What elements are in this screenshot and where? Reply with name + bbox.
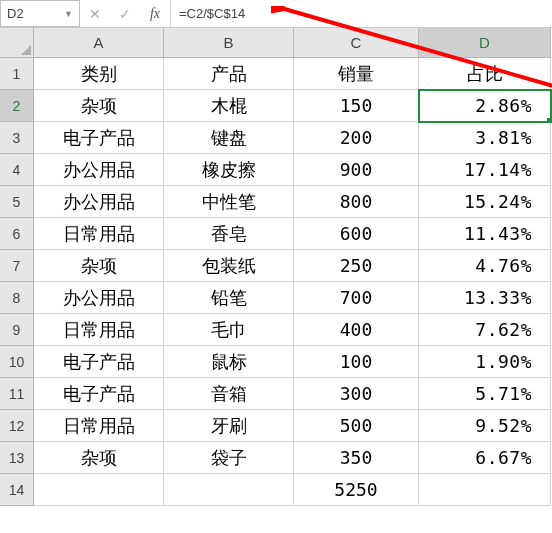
- cell-category[interactable]: 日常用品: [34, 410, 164, 442]
- col-header-a[interactable]: A: [34, 28, 164, 58]
- cell-percent[interactable]: 1.90%: [419, 346, 551, 378]
- cell-empty[interactable]: [419, 474, 551, 506]
- cell-sales[interactable]: 600: [294, 218, 419, 250]
- cell-category[interactable]: 办公用品: [34, 282, 164, 314]
- select-all-corner[interactable]: [0, 28, 34, 58]
- cell-product[interactable]: 中性笔: [164, 186, 294, 218]
- cell-category[interactable]: 电子产品: [34, 378, 164, 410]
- cell-product[interactable]: 键盘: [164, 122, 294, 154]
- cell-sales[interactable]: 250: [294, 250, 419, 282]
- cell-total-sales[interactable]: 5250: [294, 474, 419, 506]
- cell-sales[interactable]: 300: [294, 378, 419, 410]
- cell-percent[interactable]: 17.14%: [419, 154, 551, 186]
- cell-empty[interactable]: [34, 474, 164, 506]
- row-header[interactable]: 9: [0, 314, 34, 346]
- cell-product[interactable]: 香皂: [164, 218, 294, 250]
- cell-header-percent[interactable]: 占比: [419, 58, 551, 90]
- cell-product[interactable]: 袋子: [164, 442, 294, 474]
- cell-category[interactable]: 杂项: [34, 442, 164, 474]
- cell-percent[interactable]: 4.76%: [419, 250, 551, 282]
- cell-category[interactable]: 日常用品: [34, 218, 164, 250]
- cell-product[interactable]: 鼠标: [164, 346, 294, 378]
- cell-category[interactable]: 杂项: [34, 90, 164, 122]
- formula-input[interactable]: =C2/$C$14: [171, 0, 552, 27]
- cell-percent[interactable]: 15.24%: [419, 186, 551, 218]
- row-header[interactable]: 4: [0, 154, 34, 186]
- cell-header-sales[interactable]: 销量: [294, 58, 419, 90]
- cell-product[interactable]: 音箱: [164, 378, 294, 410]
- cell-percent[interactable]: 7.62%: [419, 314, 551, 346]
- cell-percent[interactable]: 9.52%: [419, 410, 551, 442]
- cell-product[interactable]: 橡皮擦: [164, 154, 294, 186]
- row-header[interactable]: 11: [0, 378, 34, 410]
- col-header-b[interactable]: B: [164, 28, 294, 58]
- cell-sales[interactable]: 500: [294, 410, 419, 442]
- cell-category[interactable]: 杂项: [34, 250, 164, 282]
- formula-bar: D2 ▼ ✕ ✓ fx =C2/$C$14: [0, 0, 552, 28]
- row-header[interactable]: 12: [0, 410, 34, 442]
- row-header[interactable]: 3: [0, 122, 34, 154]
- cell-product[interactable]: 木棍: [164, 90, 294, 122]
- cell-percent[interactable]: 2.86%: [419, 90, 551, 122]
- cell-sales[interactable]: 150: [294, 90, 419, 122]
- column-headers: A B C D: [34, 28, 552, 58]
- cell-empty[interactable]: [164, 474, 294, 506]
- cell-product[interactable]: 毛巾: [164, 314, 294, 346]
- cell-category[interactable]: 办公用品: [34, 154, 164, 186]
- row-header[interactable]: 8: [0, 282, 34, 314]
- cell-category[interactable]: 办公用品: [34, 186, 164, 218]
- cell-percent[interactable]: 5.71%: [419, 378, 551, 410]
- cell-product[interactable]: 铅笔: [164, 282, 294, 314]
- row-header[interactable]: 10: [0, 346, 34, 378]
- name-box-value: D2: [7, 6, 24, 21]
- col-header-d[interactable]: D: [419, 28, 551, 58]
- cell-percent[interactable]: 6.67%: [419, 442, 551, 474]
- cell-product[interactable]: 包装纸: [164, 250, 294, 282]
- cell-percent[interactable]: 3.81%: [419, 122, 551, 154]
- name-box-dropdown-icon[interactable]: ▼: [64, 9, 73, 19]
- cell-sales[interactable]: 900: [294, 154, 419, 186]
- cell-sales[interactable]: 100: [294, 346, 419, 378]
- spreadsheet-grid: A B C D 1类别产品销量占比2杂项木棍1502.86%3电子产品键盘200…: [0, 28, 552, 506]
- cell-category[interactable]: 电子产品: [34, 346, 164, 378]
- cell-category[interactable]: 日常用品: [34, 314, 164, 346]
- cell-header-product[interactable]: 产品: [164, 58, 294, 90]
- fx-icon[interactable]: fx: [140, 6, 170, 22]
- row-header[interactable]: 7: [0, 250, 34, 282]
- cell-sales[interactable]: 700: [294, 282, 419, 314]
- row-header[interactable]: 14: [0, 474, 34, 506]
- row-header[interactable]: 6: [0, 218, 34, 250]
- col-header-c[interactable]: C: [294, 28, 419, 58]
- formula-text: =C2/$C$14: [179, 6, 245, 21]
- cell-category[interactable]: 电子产品: [34, 122, 164, 154]
- cell-sales[interactable]: 200: [294, 122, 419, 154]
- row-header[interactable]: 5: [0, 186, 34, 218]
- cell-sales[interactable]: 400: [294, 314, 419, 346]
- cell-sales[interactable]: 800: [294, 186, 419, 218]
- cell-percent[interactable]: 11.43%: [419, 218, 551, 250]
- formula-bar-buttons: ✕ ✓ fx: [80, 0, 171, 27]
- cell-percent[interactable]: 13.33%: [419, 282, 551, 314]
- cell-header-category[interactable]: 类别: [34, 58, 164, 90]
- accept-icon[interactable]: ✓: [110, 6, 140, 22]
- row-header[interactable]: 2: [0, 90, 34, 122]
- cell-product[interactable]: 牙刷: [164, 410, 294, 442]
- cancel-icon[interactable]: ✕: [80, 6, 110, 22]
- name-box[interactable]: D2 ▼: [0, 0, 80, 27]
- cell-sales[interactable]: 350: [294, 442, 419, 474]
- row-header[interactable]: 1: [0, 58, 34, 90]
- row-header[interactable]: 13: [0, 442, 34, 474]
